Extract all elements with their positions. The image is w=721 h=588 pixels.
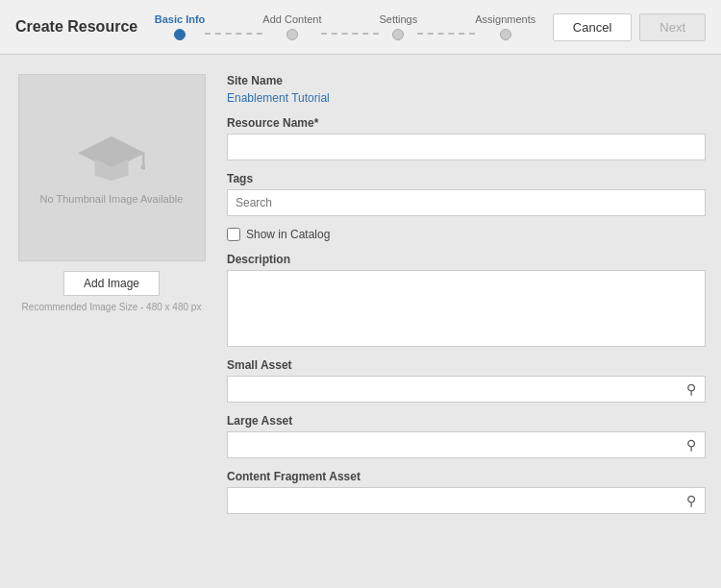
header: Create Resource Basic Info Add Content <box>0 0 721 55</box>
step-label-assignments: Assignments <box>475 13 535 25</box>
cancel-button[interactable]: Cancel <box>553 13 632 41</box>
image-size-hint: Recommended Image Size - 480 x 480 px <box>22 302 202 312</box>
large-asset-browse-button[interactable]: ⚲ <box>677 431 706 458</box>
site-name-label: Site Name <box>227 74 706 87</box>
resource-name-input[interactable] <box>227 134 706 160</box>
small-asset-input-wrapper: ⚲ <box>227 376 706 403</box>
next-button[interactable]: Next <box>639 13 706 41</box>
wizard-steps: Basic Info Add Content Settings <box>137 13 553 40</box>
small-asset-label: Small Asset <box>227 358 706 372</box>
resource-name-group: Resource Name* <box>227 116 706 160</box>
step-dot-settings <box>392 29 404 40</box>
show-in-catalog-row: Show in Catalog <box>227 228 706 241</box>
resource-name-label: Resource Name* <box>227 116 706 130</box>
description-textarea[interactable] <box>227 270 706 347</box>
step-basic-info: Basic Info <box>155 13 206 40</box>
add-image-button[interactable]: Add Image <box>63 271 160 296</box>
binoculars-icon-2: ⚲ <box>686 437 696 453</box>
page-title: Create Resource <box>15 18 137 36</box>
step-label-settings: Settings <box>379 13 417 25</box>
large-asset-input-wrapper: ⚲ <box>227 431 706 458</box>
content-fragment-browse-button[interactable]: ⚲ <box>677 487 706 514</box>
step-settings: Settings <box>379 13 417 40</box>
dashed-line-3 <box>417 33 475 35</box>
content-fragment-asset-group: Content Fragment Asset ⚲ <box>227 470 706 514</box>
step-assignments: Assignments <box>475 13 535 40</box>
step-label-basic-info: Basic Info <box>155 13 206 25</box>
show-in-catalog-label: Show in Catalog <box>246 228 330 241</box>
step-add-content: Add Content <box>262 13 321 40</box>
content-fragment-asset-label: Content Fragment Asset <box>227 470 706 483</box>
description-group: Description <box>227 253 706 347</box>
tags-group: Tags <box>227 172 706 216</box>
large-asset-group: Large Asset ⚲ <box>227 414 706 458</box>
large-asset-label: Large Asset <box>227 414 706 428</box>
small-asset-input[interactable] <box>227 376 706 403</box>
header-actions: Cancel Next <box>553 13 706 41</box>
show-in-catalog-checkbox[interactable] <box>227 228 240 241</box>
content-fragment-asset-input-wrapper: ⚲ <box>227 487 706 514</box>
dashed-line-1 <box>205 33 262 35</box>
graduation-cap-icon <box>78 131 145 184</box>
tags-label: Tags <box>227 172 706 185</box>
site-name-group: Site Name Enablement Tutorial <box>227 74 706 105</box>
left-panel: No Thumbnail Image Available Add Image R… <box>15 74 208 514</box>
content-fragment-asset-input[interactable] <box>227 487 706 514</box>
small-asset-group: Small Asset ⚲ <box>227 358 706 403</box>
step-label-add-content: Add Content <box>262 13 321 25</box>
dashed-line-2 <box>321 33 379 35</box>
right-panel: Site Name Enablement Tutorial Resource N… <box>227 74 706 514</box>
step-dot-basic-info <box>174 29 186 40</box>
svg-marker-0 <box>78 136 145 170</box>
site-name-value: Enablement Tutorial <box>227 91 706 105</box>
steps-row: Basic Info Add Content Settings <box>155 13 535 40</box>
binoculars-icon-3: ⚲ <box>686 493 696 508</box>
thumbnail-text: No Thumbnail Image Available <box>40 193 184 205</box>
description-label: Description <box>227 253 706 266</box>
large-asset-input[interactable] <box>227 431 706 458</box>
step-connector-1 <box>205 33 262 40</box>
svg-point-3 <box>141 164 145 169</box>
tags-search-input[interactable] <box>227 189 706 216</box>
step-connector-2 <box>321 33 379 40</box>
step-connector-3 <box>417 33 475 40</box>
small-asset-browse-button[interactable]: ⚲ <box>677 376 706 403</box>
binoculars-icon: ⚲ <box>686 381 696 397</box>
step-dot-add-content <box>286 29 298 40</box>
step-dot-assignments <box>500 29 511 40</box>
main-content: No Thumbnail Image Available Add Image R… <box>0 55 721 533</box>
thumbnail-box: No Thumbnail Image Available <box>18 74 206 261</box>
